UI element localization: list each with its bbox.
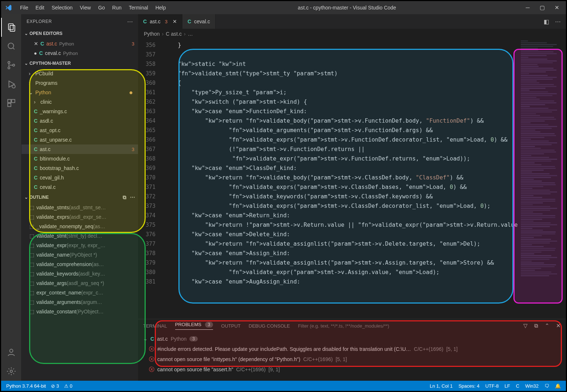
close-icon[interactable]: ✕ [554, 4, 560, 11]
explorer-icon[interactable] [1, 18, 21, 37]
menu-view[interactable]: View [76, 5, 94, 11]
tree-file[interactable]: Cbootstrap_hash.c [21, 163, 138, 173]
tree-file[interactable]: Cast.c3 [21, 144, 138, 154]
menu-run[interactable]: Run [109, 5, 125, 11]
sidebar-more-icon[interactable]: ⋯ [127, 18, 133, 25]
status-eol[interactable]: LF [505, 383, 510, 389]
c-file-icon: C [34, 127, 38, 133]
run-debug-icon[interactable] [1, 75, 21, 94]
tab-output[interactable]: OUTPUT [221, 323, 240, 329]
outline-header[interactable]: ⌄ OUTLINE ⧉ ⋯ [21, 193, 138, 202]
tab-problems[interactable]: PROBLEMS 3 [175, 322, 213, 330]
tab-terminal[interactable]: TERMINAL [143, 323, 167, 329]
symbol-function-icon: ⬚ [29, 205, 34, 210]
breadcrumb-item[interactable]: Cast.c [166, 31, 182, 37]
outline-item[interactable]: ⬚validate_comprehension(as… [21, 260, 138, 269]
tree-file[interactable]: Cbltinmodule.c [21, 154, 138, 163]
outline-item[interactable]: ⬚_validate_nonempty_seq(as… [21, 222, 138, 231]
open-editor-row[interactable]: ●Cceval.cPython [21, 48, 138, 58]
tree-file[interactable]: Cast_opt.c [21, 126, 138, 135]
open-editors-header[interactable]: ⌄ OPEN EDITORS [21, 29, 138, 38]
status-encoding[interactable]: UTF-8 [485, 383, 499, 389]
problem-item[interactable]: ⓧ#include errors detected. Please update… [143, 344, 561, 354]
tree-folder[interactable]: ›clinic [21, 97, 138, 107]
tree-folder[interactable]: ›PCbuild [21, 69, 138, 78]
problems-file-row[interactable]: ⌄Cast.cPython3 [143, 334, 561, 344]
symbol-function-icon: ⬚ [29, 242, 34, 248]
outline-item[interactable]: ⬚validate_name(PyObject *) [21, 250, 138, 260]
panel-close-icon[interactable]: ✕ [556, 322, 561, 329]
problem-item[interactable]: ⓧcannot open source file "inttypes.h" (d… [143, 354, 561, 364]
breadcrumb-item[interactable]: Python [144, 31, 160, 37]
problem-item[interactable]: ⓧcannot open source file "assert.h"C/C++… [143, 364, 561, 375]
extensions-icon[interactable] [1, 94, 21, 112]
search-icon[interactable] [1, 37, 21, 56]
status-warnings[interactable]: ⚠ 0 [64, 383, 72, 389]
settings-gear-icon[interactable] [1, 362, 21, 381]
collapse-icon[interactable]: ⧉ [534, 322, 538, 329]
close-editor-icon[interactable]: ✕ [34, 41, 38, 47]
editor-tab[interactable]: Cast.c3✕ [138, 14, 182, 29]
outline-item[interactable]: ⬚validate_keywords(asdl_key… [21, 269, 138, 278]
svg-point-6 [12, 64, 14, 66]
tab-close-icon[interactable]: ✕ [173, 19, 177, 24]
outline-item[interactable]: ⬚validate_exprs(asdl_expr_se… [21, 212, 138, 222]
status-lncol[interactable]: Ln 1, Col 1 [430, 383, 453, 389]
maximize-icon[interactable]: ▢ [539, 4, 546, 11]
menu-selection[interactable]: Selection [48, 5, 76, 11]
status-os[interactable]: Win32 [525, 383, 539, 389]
menu-file[interactable]: File [16, 5, 32, 11]
minimize-icon[interactable]: ─ [524, 4, 531, 11]
tree-folder[interactable]: ›Programs [21, 78, 138, 88]
open-editor-row[interactable]: ✕Cast.cPython3 [21, 39, 138, 48]
outline-item[interactable]: ⬚validate_arguments(argum… [21, 297, 138, 307]
project-header[interactable]: ⌄ CPYTHON-MASTER [21, 59, 138, 68]
file-name: bootstrap_hash.c [40, 165, 79, 171]
tree-folder[interactable]: ⌄Python● [21, 88, 138, 97]
tab-problem-count: 3 [165, 19, 168, 24]
status-lang[interactable]: C [516, 383, 519, 389]
status-python[interactable]: Python 3.7.4 64-bit [6, 383, 46, 389]
code-content[interactable]: } "kw">static "kw">int "fn">validate_stm… [161, 39, 519, 319]
tree-file[interactable]: Cceval_gil.h [21, 173, 138, 182]
editor-tab[interactable]: Cceval.c [182, 14, 216, 29]
tab-debug-console[interactable]: DEBUG CONSOLE [249, 323, 290, 329]
status-spaces[interactable]: Spaces: 4 [458, 383, 480, 389]
collapse-all-icon[interactable]: ⧉ [123, 194, 126, 201]
menu-edit[interactable]: Edit [32, 5, 48, 11]
problems-filter-input[interactable] [298, 323, 436, 329]
outline-item[interactable]: ⬚expr_context_name(expr_c… [21, 288, 138, 297]
status-errors[interactable]: ⊘ 3 [51, 383, 59, 389]
outline-item[interactable]: ⬚validate_stmts(asdl_stmt_se… [21, 203, 138, 212]
outline-item[interactable]: ⬚validate_args(asdl_arg_seq *) [21, 278, 138, 288]
feedback-icon[interactable]: 🗨 [544, 383, 549, 389]
file-name: ceval_gil.h [40, 175, 64, 181]
split-editor-icon[interactable]: ◧ [544, 18, 549, 25]
problems-count-badge: 3 [205, 322, 213, 328]
accounts-icon[interactable] [1, 343, 21, 362]
breadcrumb-item[interactable]: … [188, 31, 193, 37]
source-control-icon[interactable] [1, 56, 21, 75]
bottom-panel: TERMINAL PROBLEMS 3 OUTPUT DEBUG CONSOLE… [138, 319, 566, 381]
editor-more-icon[interactable]: ⋯ [555, 18, 561, 25]
folder-name: Python [35, 90, 51, 95]
symbol-signature: (asdl_stmt_se… [69, 205, 106, 210]
filter-icon[interactable]: ▽ [523, 322, 528, 329]
menu-terminal[interactable]: Terminal [125, 5, 152, 11]
file-name: ast.c [46, 41, 57, 47]
outline-item[interactable]: ⬚validate_stmt(stmt_ty) decl… [21, 231, 138, 241]
chevron-up-icon[interactable]: ⌃ [545, 322, 550, 329]
tree-file[interactable]: Casdl.c [21, 116, 138, 126]
minimap[interactable] [519, 39, 566, 319]
outline-item[interactable]: ⬚validate_expr(expr_ty, expr_… [21, 241, 138, 250]
menu-help[interactable]: Help [152, 5, 170, 11]
menu-go[interactable]: Go [94, 5, 109, 11]
outline-more-icon[interactable]: ⋯ [130, 194, 135, 201]
tree-file[interactable]: Cceval.c [21, 182, 138, 192]
tree-file[interactable]: C_warnings.c [21, 107, 138, 116]
bell-icon[interactable]: 🔔 [555, 383, 561, 389]
breadcrumbs[interactable]: Python›Cast.c›… [138, 29, 566, 39]
outline-item[interactable]: ⬚validate_constant(PyObject… [21, 307, 138, 316]
tree-file[interactable]: Cast_unparse.c [21, 135, 138, 144]
c-file-icon: C [34, 184, 38, 190]
